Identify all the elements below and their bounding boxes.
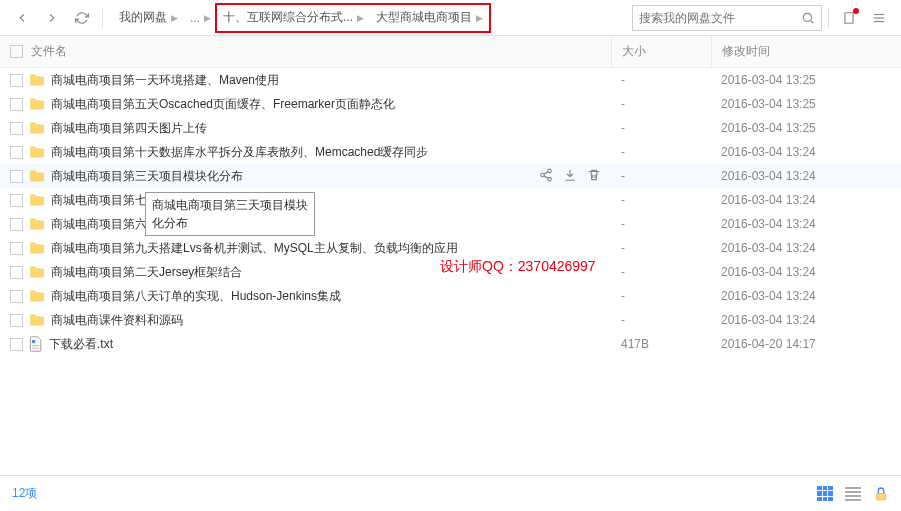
file-size: - xyxy=(611,169,711,183)
row-checkbox[interactable] xyxy=(10,218,23,231)
search-input[interactable] xyxy=(633,11,795,25)
file-name: 商城电商项目第一天环境搭建、Maven使用 xyxy=(51,72,611,89)
svg-point-5 xyxy=(548,169,552,173)
file-row[interactable]: 商城电商项目第十天数据库水平拆分及库表散列、Memcached缓存同步-2016… xyxy=(0,140,901,164)
file-size: - xyxy=(611,313,711,327)
file-name: 商城电商项目第九天搭建Lvs备机并测试、MySQL主从复制、负载均衡的应用 xyxy=(51,240,611,257)
download-icon[interactable] xyxy=(563,168,577,185)
file-row[interactable]: 商城电商项目第七天-2016-03-04 13:24 xyxy=(0,188,901,212)
file-size: - xyxy=(611,73,711,87)
breadcrumb: 我的网盘▶ ...▶ 十、互联网综合分布式...▶ 大型商城电商项目▶ xyxy=(109,4,622,32)
svg-point-0 xyxy=(803,13,811,21)
divider xyxy=(828,8,829,28)
file-name: 商城电商项目第五天Oscached页面缓存、Freemarker页面静态化 xyxy=(51,96,611,113)
row-checkbox[interactable] xyxy=(10,242,23,255)
forward-button[interactable] xyxy=(38,4,66,32)
svg-point-6 xyxy=(541,173,545,177)
file-row[interactable]: 商城电商课件资料和源码-2016-03-04 13:24 xyxy=(0,308,901,332)
reload-button[interactable] xyxy=(68,4,96,32)
file-size: - xyxy=(611,97,711,111)
search-button[interactable] xyxy=(795,11,821,25)
row-checkbox[interactable] xyxy=(10,74,23,87)
crumb-part2-label: 大型商城电商项目 xyxy=(376,9,472,26)
row-checkbox[interactable] xyxy=(10,170,23,183)
col-header-time[interactable]: 修改时间 xyxy=(711,36,891,67)
crumb-part1[interactable]: 十、互联网综合分布式...▶ xyxy=(217,4,370,32)
file-size: 417B xyxy=(611,337,711,351)
divider xyxy=(102,8,103,28)
svg-point-7 xyxy=(548,177,552,181)
file-size: - xyxy=(611,289,711,303)
file-name: 商城电商项目第四天图片上传 xyxy=(51,120,611,137)
crumb-root-label: 我的网盘 xyxy=(119,9,167,26)
file-name: 商城电商项目第十天数据库水平拆分及库表散列、Memcached缓存同步 xyxy=(51,144,611,161)
file-name: 商城电商课件资料和源码 xyxy=(51,312,611,329)
item-count: 12项 xyxy=(12,485,37,502)
file-time: 2016-03-04 13:25 xyxy=(711,97,891,111)
file-size: - xyxy=(611,217,711,231)
file-time: 2016-03-04 13:24 xyxy=(711,241,891,255)
file-time: 2016-03-04 13:24 xyxy=(711,217,891,231)
row-checkbox[interactable] xyxy=(10,98,23,111)
chevron-right-icon: ▶ xyxy=(476,13,483,23)
file-name: 商城电商项目第三天项目模块化分布 xyxy=(51,168,539,185)
search-box xyxy=(632,5,822,31)
file-size: - xyxy=(611,193,711,207)
file-row[interactable]: 商城电商项目第一天环境搭建、Maven使用-2016-03-04 13:25 xyxy=(0,68,901,92)
tooltip: 商城电商项目第三天项目模块化分布 xyxy=(145,192,315,236)
col-header-name[interactable]: 文件名 xyxy=(31,43,611,60)
chevron-right-icon: ▶ xyxy=(204,13,211,23)
file-time: 2016-03-04 13:24 xyxy=(711,265,891,279)
file-row[interactable]: 商城电商项目第八天订单的实现、Hudson-Jenkins集成-2016-03-… xyxy=(0,284,901,308)
row-checkbox[interactable] xyxy=(10,146,23,159)
notification-dot xyxy=(853,8,859,14)
file-time: 2016-03-04 13:25 xyxy=(711,121,891,135)
file-row[interactable]: 商城电商项目第五天Oscached页面缓存、Freemarker页面静态化-20… xyxy=(0,92,901,116)
select-all-checkbox[interactable] xyxy=(10,45,23,58)
view-list-button[interactable] xyxy=(845,487,861,501)
row-actions xyxy=(539,168,601,185)
svg-line-9 xyxy=(544,175,548,177)
file-row[interactable]: 下载必看.txt417B2016-04-20 14:17 xyxy=(0,332,901,356)
file-row[interactable]: 商城电商项目第四天图片上传-2016-03-04 13:25 xyxy=(0,116,901,140)
row-checkbox[interactable] xyxy=(10,266,23,279)
chevron-right-icon: ▶ xyxy=(171,13,178,23)
delete-icon[interactable] xyxy=(587,168,601,185)
file-name: 商城电商项目第七天 xyxy=(51,192,611,209)
file-size: - xyxy=(611,265,711,279)
file-row[interactable]: 商城电商项目第二天Jersey框架结合-2016-03-04 13:24 xyxy=(0,260,901,284)
col-header-size[interactable]: 大小 xyxy=(611,36,711,67)
more-menu-icon[interactable] xyxy=(865,4,893,32)
svg-rect-1 xyxy=(845,12,853,23)
file-time: 2016-03-04 13:24 xyxy=(711,169,891,183)
file-row[interactable]: 商城电商项目第九天搭建Lvs备机并测试、MySQL主从复制、负载均衡的应用-20… xyxy=(0,236,901,260)
file-time: 2016-03-04 13:24 xyxy=(711,313,891,327)
svg-line-8 xyxy=(544,171,548,173)
back-button[interactable] xyxy=(8,4,36,32)
file-name: 下载必看.txt xyxy=(49,336,611,353)
file-name: 商城电商项目第二天Jersey框架结合 xyxy=(51,264,611,281)
row-checkbox[interactable] xyxy=(10,338,23,351)
crumb-ellipsis[interactable]: ...▶ xyxy=(184,4,217,32)
crumb-root[interactable]: 我的网盘▶ xyxy=(113,4,184,32)
row-checkbox[interactable] xyxy=(10,314,23,327)
file-name: 商城电商项目第六天 xyxy=(51,216,611,233)
file-row[interactable]: 商城电商项目第六天-2016-03-04 13:24 xyxy=(0,212,901,236)
crumb-part2[interactable]: 大型商城电商项目▶ xyxy=(370,4,489,32)
lock-icon[interactable] xyxy=(873,486,889,502)
share-icon[interactable] xyxy=(539,168,553,185)
file-row[interactable]: 商城电商项目第三天项目模块化分布-2016-03-04 13:24 xyxy=(0,164,901,188)
row-checkbox[interactable] xyxy=(10,122,23,135)
column-header: 文件名 大小 修改时间 xyxy=(0,36,901,68)
file-time: 2016-04-20 14:17 xyxy=(711,337,891,351)
notification-icon[interactable] xyxy=(835,4,863,32)
highlight-box: 十、互联网综合分布式...▶ 大型商城电商项目▶ xyxy=(215,3,491,33)
view-grid-button[interactable] xyxy=(817,486,833,502)
file-time: 2016-03-04 13:24 xyxy=(711,145,891,159)
file-size: - xyxy=(611,145,711,159)
row-checkbox[interactable] xyxy=(10,194,23,207)
file-time: 2016-03-04 13:24 xyxy=(711,289,891,303)
footer-icons xyxy=(817,486,889,502)
row-checkbox[interactable] xyxy=(10,290,23,303)
svg-rect-10 xyxy=(32,340,35,343)
